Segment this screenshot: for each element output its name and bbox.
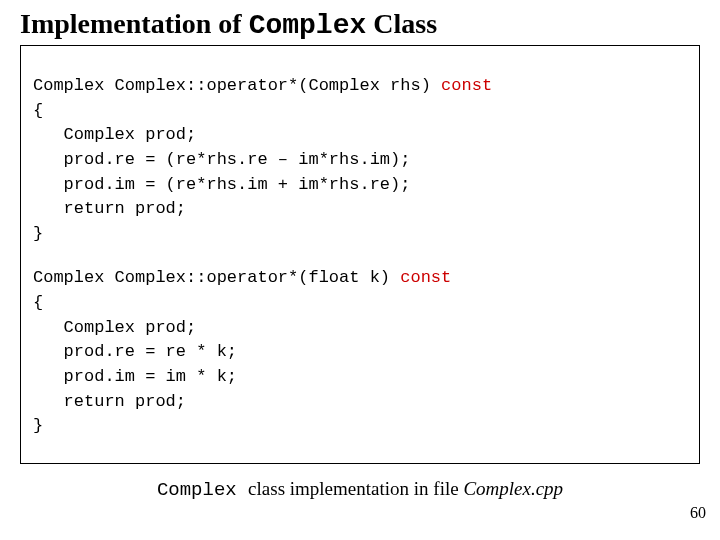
code-frame: Complex Complex::operator*(Complex rhs) … <box>20 45 700 464</box>
title-mono: Complex <box>249 10 367 41</box>
caption: Complex class implementation in file Com… <box>0 464 720 501</box>
code-line: Complex Complex::operator*(Complex rhs) <box>33 76 441 95</box>
code-line: prod.im = im * k; <box>33 367 237 386</box>
code-line: { <box>33 293 43 312</box>
code-line: Complex prod; <box>33 318 196 337</box>
caption-mid: class implementation in file <box>248 478 463 499</box>
page-number: 60 <box>690 504 706 522</box>
code-line: prod.re = (re*rhs.re – im*rhs.im); <box>33 150 410 169</box>
code-block-2: Complex Complex::operator*(float k) cons… <box>33 266 687 438</box>
keyword-const: const <box>441 76 492 95</box>
slide-title: Implementation of Complex Class <box>0 0 720 45</box>
code-line: { <box>33 101 43 120</box>
code-line: Complex Complex::operator*(float k) <box>33 268 400 287</box>
code-line: return prod; <box>33 199 186 218</box>
code-line: return prod; <box>33 392 186 411</box>
title-prefix: Implementation of <box>20 8 249 39</box>
code-line: Complex prod; <box>33 125 196 144</box>
title-suffix: Class <box>366 8 437 39</box>
code-line: } <box>33 224 43 243</box>
code-line: prod.re = re * k; <box>33 342 237 361</box>
caption-mono: Complex <box>157 479 248 501</box>
keyword-const: const <box>400 268 451 287</box>
caption-filename: Complex.cpp <box>463 478 563 499</box>
code-line: prod.im = (re*rhs.im + im*rhs.re); <box>33 175 410 194</box>
code-block-1: Complex Complex::operator*(Complex rhs) … <box>33 74 687 246</box>
code-line: } <box>33 416 43 435</box>
